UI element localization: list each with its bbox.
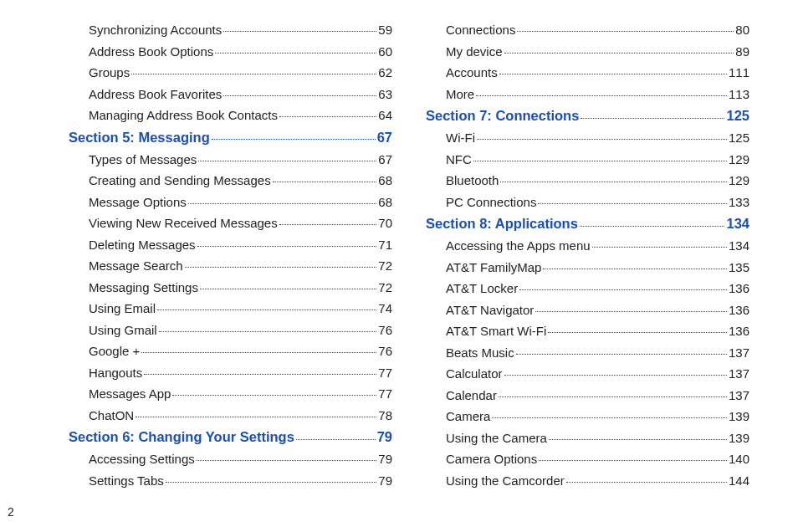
toc-entry[interactable]: Message Search72 [89,259,392,272]
toc-entry[interactable]: Viewing New Received Messages70 [89,217,392,229]
toc-entry-page: 63 [378,88,392,100]
toc-entry-label: Connections [446,23,515,36]
toc-entry-label: Calendar [446,389,497,402]
toc-entry[interactable]: AT&T Locker136 [446,282,749,294]
toc-leader [200,281,376,289]
toc-entry-page: 67 [378,153,392,166]
toc-entry[interactable]: Using the Camera 139 [446,432,749,444]
toc-entry[interactable]: Managing Address Book Contacts64 [89,109,392,121]
toc-leader [212,130,376,140]
toc-entry[interactable]: Calculator 137 [446,367,749,380]
toc-entry-label: Using the Camcorder [446,474,565,487]
toc-leader [476,88,727,96]
toc-leader [166,474,377,483]
toc-entry[interactable]: Bluetooth129 [446,174,749,187]
toc-entry[interactable]: Wi-Fi125 [446,131,749,144]
toc-section-label: Section 8: Applications [426,217,578,231]
toc-entry[interactable]: Connections 80 [446,23,749,36]
toc-entry[interactable]: More 113 [446,88,749,100]
toc-entry[interactable]: Using Gmail76 [89,324,392,336]
toc-leader [477,131,727,140]
toc-section-heading[interactable]: Section 5: Messaging 67 [69,130,392,145]
toc-section-heading[interactable]: Section 6: Changing Your Settings 79 [69,430,392,444]
toc-entry[interactable]: NFC129 [446,153,749,166]
toc-section-page: 125 [726,109,749,123]
toc-entry[interactable]: Beats Music137 [446,346,749,359]
toc-entry-page: 137 [729,346,749,359]
toc-entry-label: Creating and Sending Messages [89,174,271,187]
toc-entry-label: Deleting Messages [89,238,196,251]
toc-entry[interactable]: Accessing Settings79 [89,453,392,465]
toc-entry-page: 74 [378,302,392,315]
toc-entry-page: 137 [729,389,749,402]
toc-entry-page: 136 [729,325,749,337]
toc-leader [215,45,376,54]
toc-leader [157,302,376,310]
toc-leader [198,153,376,161]
toc-entry-label: AT&T Smart Wi-Fi [446,325,546,337]
toc-entry[interactable]: Types of Messages67 [89,153,392,166]
toc-entry-label: ChatON [89,409,134,422]
toc-leader [581,110,724,119]
toc-entry[interactable]: Messaging Settings72 [89,281,392,294]
toc-leader [516,346,727,355]
toc-entry-label: Address Book Options [89,45,213,58]
toc-entry-label: NFC [446,153,472,166]
toc-entry[interactable]: AT&T Navigator136 [446,304,749,316]
toc-leader [141,345,376,353]
toc-leader [492,410,727,418]
toc-entry[interactable]: Google +76 [89,345,392,357]
toc-entry[interactable]: Hangouts77 [89,366,392,379]
toc-entry[interactable]: Synchronizing Accounts 59 [89,23,392,36]
toc-entry-page: 125 [729,131,749,144]
toc-leader [223,88,376,96]
toc-leader [197,238,377,247]
toc-entry[interactable]: Groups 62 [89,66,392,79]
toc-entry[interactable]: Accessing the Apps menu134 [446,239,749,252]
toc-entry[interactable]: Message Options68 [89,196,392,208]
toc-entry[interactable]: Calendar137 [446,389,749,402]
toc-entry[interactable]: PC Connections133 [446,196,749,208]
toc-entry[interactable]: AT&T FamilyMap135 [446,261,749,274]
toc-entry[interactable]: Camera Options140 [446,453,749,465]
toc-entry[interactable]: Deleting Messages 71 [89,238,392,251]
toc-entry-page: 71 [378,238,392,251]
toc-leader [519,282,727,290]
toc-entry-label: Using Email [89,302,156,315]
toc-entry[interactable]: Using Email74 [89,302,392,315]
toc-entry-page: 68 [378,174,392,187]
toc-entry-label: Address Book Favorites [89,88,222,100]
toc-entry[interactable]: My device89 [446,45,749,58]
toc-entry[interactable]: Address Book Options60 [89,45,392,58]
toc-entry-label: Accessing the Apps menu [446,239,591,252]
toc-entry[interactable]: AT&T Smart Wi-Fi136 [446,325,749,337]
toc-leader [136,409,376,417]
toc-entry-label: Bluetooth [446,174,499,187]
toc-leader [279,109,376,117]
toc-entry-page: 139 [729,410,749,422]
toc-leader [296,431,376,440]
toc-entry[interactable]: Creating and Sending Messages68 [89,174,392,187]
toc-section-page: 79 [377,430,392,444]
toc-leader [504,45,734,54]
toc-leader [144,366,376,375]
toc-entry[interactable]: Using the Camcorder144 [446,474,749,487]
toc-entry[interactable]: Messages App77 [89,387,392,400]
toc-entry-label: More [446,88,474,100]
toc-leader [473,153,727,161]
toc-section-heading[interactable]: Section 7: Connections 125 [426,109,749,123]
toc-entry[interactable]: Address Book Favorites63 [89,88,392,100]
toc-section-heading[interactable]: Section 8: Applications 134 [426,217,749,231]
toc-entry[interactable]: Accounts111 [446,66,749,79]
toc-leader [499,66,727,74]
toc-entry-page: 113 [729,88,749,100]
toc-entry-page: 135 [729,261,749,274]
toc-entry-label: Types of Messages [89,153,197,166]
toc-entry[interactable]: Settings Tabs 79 [89,474,392,487]
toc-entry[interactable]: ChatON78 [89,409,392,422]
toc-entry-page: 144 [729,474,749,487]
toc-entry[interactable]: Camera139 [446,410,749,422]
toc-entry-page: 76 [378,324,392,336]
toc-leader [543,261,727,269]
toc-leader [499,389,727,397]
